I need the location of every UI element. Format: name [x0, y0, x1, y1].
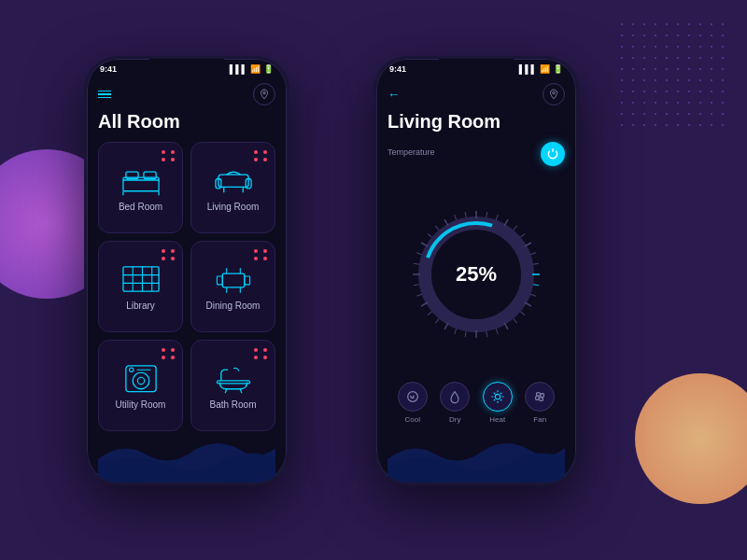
- power-button[interactable]: [541, 142, 565, 166]
- phone-right: 9:41 ▌▌▌ 📶 🔋 ← Living Room Temperature: [374, 56, 579, 485]
- svg-rect-30: [217, 380, 249, 383]
- mode-fan[interactable]: Fan: [525, 382, 555, 424]
- svg-line-31: [225, 388, 226, 392]
- bg-dots-decoration: [616, 19, 728, 131]
- svg-point-83: [539, 396, 542, 399]
- svg-line-71: [465, 212, 466, 217]
- phone-notch-left: [149, 59, 224, 79]
- diningroom-icon: [213, 263, 254, 295]
- svg-point-27: [137, 377, 144, 384]
- phone-left-content: All Room Bed Room: [87, 76, 287, 483]
- svg-rect-19: [217, 276, 222, 285]
- utility-icon: [120, 362, 162, 394]
- mode-heat[interactable]: Heat: [483, 382, 513, 424]
- svg-line-47: [530, 294, 536, 296]
- room-card-livingroom[interactable]: Living Room: [190, 142, 275, 233]
- svg-line-58: [435, 318, 439, 323]
- svg-text:25%: 25%: [456, 262, 497, 286]
- status-icons-left: ▌▌▌ 📶 🔋: [230, 64, 274, 74]
- status-time-right: 9:41: [389, 64, 406, 74]
- temperature-label: Temperature: [388, 147, 435, 157]
- svg-point-0: [263, 91, 266, 94]
- left-header: [98, 83, 275, 105]
- cool-label: Cool: [405, 415, 420, 424]
- room-card-bathroom[interactable]: Bath Room: [190, 340, 275, 431]
- svg-point-26: [133, 372, 149, 389]
- svg-point-33: [553, 91, 556, 94]
- room-card-utility[interactable]: Utility Room: [98, 340, 183, 431]
- svg-line-53: [486, 331, 487, 337]
- living-room-title: Living Room: [388, 111, 565, 133]
- fan-label: Fan: [533, 415, 546, 424]
- svg-rect-12: [122, 266, 158, 290]
- room-card-bedroom[interactable]: Bed Room: [98, 142, 183, 233]
- hamburger-menu[interactable]: [98, 91, 111, 99]
- svg-rect-1: [122, 177, 158, 191]
- svg-line-49: [520, 311, 525, 315]
- phone-left: 9:41 ▌▌▌ 📶 🔋 All Room: [84, 56, 289, 485]
- heat-label: Heat: [489, 415, 505, 424]
- svg-line-81: [500, 393, 501, 394]
- svg-line-82: [493, 399, 494, 400]
- utility-label: Utility Room: [116, 399, 166, 410]
- svg-line-59: [428, 311, 432, 315]
- svg-line-64: [414, 263, 419, 264]
- fan-icon-circle: [525, 382, 555, 412]
- svg-line-79: [493, 393, 494, 394]
- library-label: Library: [126, 301, 155, 311]
- phone-notch-right: [439, 59, 514, 79]
- location-icon-right[interactable]: [543, 83, 565, 105]
- back-button[interactable]: ←: [388, 87, 401, 102]
- mode-bar: Cool Dry: [388, 374, 565, 431]
- location-icon-left[interactable]: [253, 83, 275, 105]
- svg-line-46: [533, 284, 539, 285]
- svg-line-68: [435, 225, 439, 230]
- status-icons-right: ▌▌▌ 📶 🔋: [519, 64, 563, 74]
- room-card-library[interactable]: Library: [98, 241, 183, 332]
- wave-left: [98, 431, 275, 483]
- bg-decoration-peach: [635, 373, 747, 504]
- svg-line-50: [514, 318, 517, 323]
- svg-line-32: [240, 388, 241, 392]
- bedroom-icon: [120, 164, 162, 196]
- svg-line-37: [486, 212, 487, 217]
- svg-line-56: [455, 329, 457, 334]
- temperature-gauge: 25%: [388, 174, 565, 374]
- svg-line-44: [533, 263, 539, 264]
- svg-line-55: [465, 331, 466, 337]
- svg-line-67: [428, 233, 432, 237]
- wave-right: [388, 431, 565, 483]
- svg-line-40: [514, 225, 517, 230]
- svg-line-52: [496, 329, 498, 334]
- livingroom-label: Living Room: [207, 202, 260, 212]
- dry-label: Dry: [449, 415, 460, 424]
- svg-line-41: [520, 233, 525, 237]
- svg-line-38: [496, 215, 498, 220]
- mode-dry[interactable]: Dry: [440, 382, 470, 424]
- heat-icon-circle: [483, 382, 513, 412]
- mode-cool[interactable]: Cool: [398, 382, 428, 424]
- status-time-left: 9:41: [100, 64, 117, 74]
- room-card-diningroom[interactable]: Dining Room: [190, 241, 275, 332]
- cool-icon-circle: [398, 382, 428, 412]
- svg-rect-18: [222, 273, 244, 287]
- room-grid: Bed Room Living Room: [98, 142, 275, 431]
- gauge-svg: 25%: [406, 204, 546, 344]
- diningroom-label: Dining Room: [206, 301, 261, 311]
- bathroom-icon: [213, 362, 254, 394]
- svg-line-61: [416, 294, 422, 296]
- svg-rect-7: [218, 175, 247, 187]
- phone-right-content: ← Living Room Temperature: [376, 76, 576, 483]
- livingroom-icon: [213, 164, 254, 196]
- dry-icon-circle: [440, 382, 470, 412]
- svg-point-74: [495, 394, 500, 399]
- bedroom-label: Bed Room: [119, 202, 162, 212]
- all-room-title: All Room: [98, 111, 275, 133]
- right-header: ←: [388, 83, 565, 105]
- svg-line-43: [530, 252, 536, 254]
- svg-rect-20: [244, 276, 249, 285]
- svg-line-80: [500, 399, 501, 400]
- bathroom-label: Bath Room: [209, 399, 256, 410]
- svg-point-28: [129, 368, 133, 371]
- library-icon: [120, 263, 162, 295]
